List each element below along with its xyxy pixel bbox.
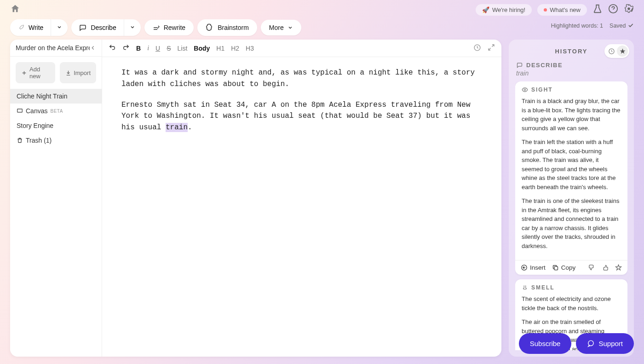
card-paragraph: The train is one of the sleekest trains … (522, 196, 621, 250)
write-label: Write (29, 24, 43, 31)
nose-icon (522, 284, 528, 291)
editor-paragraph: It was a dark and stormy night and, as w… (121, 67, 482, 90)
undo-icon (109, 44, 116, 51)
chevron-down-icon (130, 24, 135, 30)
history-clock-toggle[interactable] (606, 46, 617, 57)
subscribe-label: Subscribe (530, 340, 561, 347)
star-button[interactable] (615, 264, 622, 271)
redo-button[interactable] (122, 44, 130, 52)
chevron-left-icon[interactable] (90, 45, 96, 51)
sidebar-item-label: Trash (1) (26, 137, 52, 144)
write-button[interactable]: Write (10, 19, 68, 36)
canvas-icon (17, 108, 23, 114)
sidebar-item-label: Cliche Night Train (17, 92, 68, 100)
thumbs-up-icon (602, 264, 609, 271)
write-dropdown[interactable] (51, 19, 68, 36)
h1-button[interactable]: H1 (216, 45, 224, 52)
body-button[interactable]: Body (194, 45, 210, 52)
whatsnew-label: What's new (550, 6, 581, 13)
describe-dropdown[interactable] (124, 19, 141, 36)
h3-button[interactable]: H3 (246, 45, 254, 52)
plus-icon (21, 70, 27, 76)
eye-icon (522, 87, 528, 93)
home-icon[interactable] (10, 4, 20, 16)
copy-icon (552, 264, 559, 271)
describe-section-label: DESCRIBE (526, 62, 563, 69)
thumbs-up-button[interactable] (602, 264, 609, 271)
describe-word: train (516, 69, 627, 77)
brainstorm-label: Brainstorm (218, 24, 249, 31)
editor-paragraph: Ernesto Smyth sat in Seat 34, car A on t… (121, 99, 482, 133)
copy-label: Copy (561, 264, 576, 271)
clock-icon (608, 48, 615, 55)
card-sense-label: SMELL (531, 284, 555, 291)
document-title[interactable]: Murder on the Acela Expres (16, 44, 90, 52)
rocket-icon: 🚀 (482, 6, 489, 13)
sidebar-item-cliche-night-train[interactable]: Cliche Night Train (10, 89, 102, 104)
card-paragraph: The train left the station with a huff a… (522, 138, 621, 191)
svg-point-4 (524, 89, 526, 91)
hiring-label: We're hiring! (492, 6, 525, 13)
card-paragraph: The scent of electricity and ozone tickl… (522, 295, 621, 312)
sidebar-item-story-engine[interactable]: Story Engine (10, 118, 102, 133)
thumbs-down-button[interactable] (588, 264, 595, 271)
copy-button[interactable]: Copy (552, 264, 576, 271)
insert-button[interactable]: Insert (521, 264, 546, 271)
expand-icon[interactable] (488, 44, 495, 53)
bold-button[interactable]: B (136, 45, 141, 52)
rewrite-icon (153, 24, 160, 31)
feather-icon (17, 24, 25, 31)
rewrite-button[interactable]: Rewrite (144, 20, 194, 35)
redo-icon (122, 44, 130, 51)
highlighted-word: train (166, 123, 188, 132)
more-button[interactable]: More (261, 20, 301, 35)
history-card-sight: SIGHT Train is a black and gray blur, th… (515, 81, 627, 275)
history-clock-icon[interactable] (473, 44, 481, 53)
check-icon (627, 22, 634, 29)
hiring-pill[interactable]: 🚀 We're hiring! (476, 4, 532, 16)
more-label: More (269, 24, 284, 31)
describe-label: Describe (91, 24, 116, 31)
add-new-button[interactable]: Add new (16, 62, 55, 83)
insert-label: Insert (530, 264, 546, 271)
undo-button[interactable] (109, 44, 116, 52)
import-button[interactable]: Import (60, 62, 96, 83)
trash-icon (17, 137, 23, 144)
star-icon (619, 48, 626, 55)
import-label: Import (74, 69, 91, 76)
support-button[interactable]: Support (576, 333, 634, 354)
card-paragraph: Train is a black and gray blur, the car … (522, 97, 621, 133)
history-star-toggle[interactable] (617, 46, 628, 57)
sidebar-item-label: Story Engine (17, 122, 53, 129)
speech-icon (516, 62, 523, 69)
brain-icon (206, 23, 214, 32)
strikethrough-button[interactable]: S (167, 45, 171, 52)
support-label: Support (598, 340, 623, 347)
h2-button[interactable]: H2 (231, 45, 239, 52)
saved-status: Saved (610, 22, 634, 29)
help-icon[interactable] (608, 4, 618, 16)
download-icon (65, 70, 71, 76)
beta-badge: BETA (50, 109, 63, 114)
whatsnew-pill[interactable]: What's new (537, 4, 587, 16)
speech-icon (79, 23, 87, 32)
svg-rect-1 (17, 109, 23, 112)
list-button[interactable]: List (177, 45, 187, 52)
insert-icon (521, 264, 528, 271)
editor-content[interactable]: It was a dark and stormy night and, as w… (102, 57, 501, 153)
sidebar-item-label: Canvas (26, 107, 47, 115)
subscribe-button[interactable]: Subscribe (519, 333, 572, 354)
chevron-down-icon (288, 25, 293, 30)
thumbs-down-icon (588, 264, 595, 271)
highlighted-words-status: Highlighted words: 1 (551, 23, 603, 29)
lab-icon[interactable] (592, 4, 603, 16)
sidebar-item-canvas[interactable]: Canvas BETA (10, 104, 102, 118)
gear-icon[interactable] (624, 4, 634, 16)
svg-rect-6 (554, 266, 558, 270)
describe-button[interactable]: Describe (71, 19, 140, 36)
brainstorm-button[interactable]: Brainstorm (197, 19, 257, 36)
chevron-down-icon (57, 24, 62, 30)
italic-button[interactable]: i (147, 45, 149, 52)
sidebar-item-trash[interactable]: Trash (1) (10, 133, 102, 148)
underline-button[interactable]: U (155, 45, 160, 52)
